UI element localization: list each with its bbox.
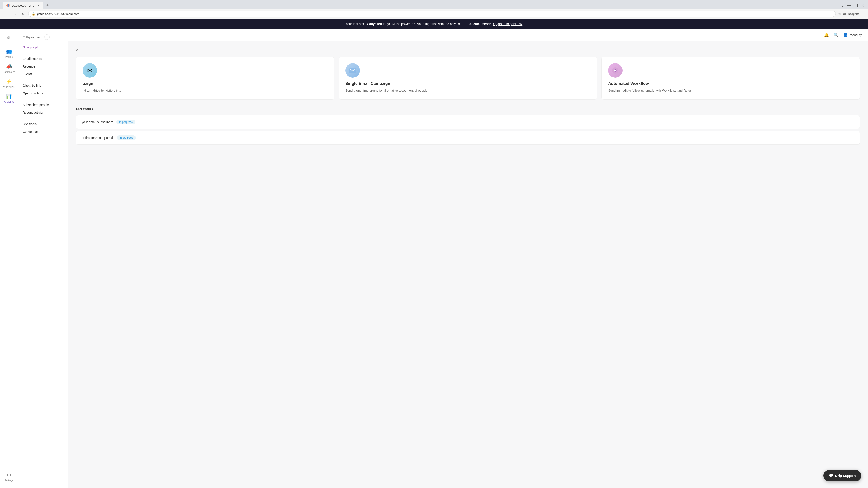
sidebar-people-label: People bbox=[5, 56, 13, 58]
email-campaign-title: paign bbox=[83, 81, 328, 86]
chevron-down-icon[interactable]: ⌄ bbox=[840, 2, 845, 8]
app-layout: ☺ 👥 People 📣 Campaigns ⚡ Workflows 📊 Ana… bbox=[0, 29, 868, 488]
task-item-2[interactable]: ur first marketing email In progress → bbox=[76, 131, 860, 144]
workflows-icon: ⚡ bbox=[6, 78, 12, 85]
task-1-text: your email subscribers bbox=[82, 120, 113, 124]
new-tab-button[interactable]: + bbox=[44, 2, 51, 8]
window-controls: ⌄ — ❐ ✕ bbox=[840, 2, 865, 8]
trial-days: 14 days left bbox=[365, 22, 382, 26]
main-content: 🔔 🔍 👤 Moodjoy v... ✉ paign nd turn drive… bbox=[68, 29, 868, 488]
tab-title: Dashboard - Drip bbox=[12, 4, 34, 7]
collapse-menu-label: Collapse menu bbox=[23, 35, 42, 39]
sidebar-item-workflows[interactable]: ⚡ Workflows bbox=[1, 76, 17, 90]
incognito-label: Incognito bbox=[847, 12, 860, 15]
submenu-item-events[interactable]: Events bbox=[18, 70, 68, 78]
email-campaign-card[interactable]: ✉ paign nd turn drive-by visitors into bbox=[76, 57, 334, 100]
single-email-card[interactable]: Single Email Campaign Send a one-time pr… bbox=[339, 57, 597, 100]
extensions-icon[interactable]: ⧉ bbox=[843, 12, 846, 16]
analytics-icon: 📊 bbox=[6, 94, 12, 99]
svg-point-2 bbox=[614, 70, 616, 71]
task-1-left: your email subscribers In progress bbox=[82, 120, 135, 125]
submenu-item-recent-activity[interactable]: Recent activity bbox=[18, 109, 68, 116]
notification-button[interactable]: 🔔 bbox=[824, 33, 829, 37]
tasks-section: ted tasks your email subscribers In prog… bbox=[76, 107, 860, 144]
loading-text: v... bbox=[76, 48, 860, 52]
content-area: v... ✉ paign nd turn drive-by visitors i… bbox=[68, 41, 868, 154]
sidebar-workflows-label: Workflows bbox=[3, 86, 15, 88]
sidebar-item-campaigns[interactable]: 📣 Campaigns bbox=[1, 61, 17, 75]
submenu-item-subscribed-people[interactable]: Subscribed people bbox=[18, 101, 68, 109]
campaign-cards-grid: ✉ paign nd turn drive-by visitors into S… bbox=[76, 57, 860, 100]
submenu-item-new-people[interactable]: New people bbox=[18, 43, 68, 51]
browser-menu-icon[interactable]: ⋮ bbox=[861, 12, 865, 16]
settings-icon: ⚙ bbox=[7, 472, 11, 478]
submenu-item-opens-by-hour[interactable]: Opens by hour bbox=[18, 90, 68, 97]
trial-banner: Your trial has 14 days left to go. All t… bbox=[0, 19, 868, 29]
people-icon: 👥 bbox=[6, 49, 12, 55]
task-2-badge: In progress bbox=[117, 135, 136, 140]
submenu-item-conversions[interactable]: Conversions bbox=[18, 128, 68, 135]
trial-text-before: Your trial has bbox=[346, 22, 365, 26]
campaigns-icon: 📣 bbox=[6, 64, 12, 70]
user-icon: 👤 bbox=[843, 33, 848, 37]
email-campaign-desc: nd turn drive-by visitors into bbox=[83, 88, 328, 93]
browser-tab[interactable]: 🌀 Dashboard - Drip ✕ bbox=[3, 2, 43, 9]
back-button[interactable]: ← bbox=[3, 11, 9, 17]
toolbar-actions: ☆ ⧉ Incognito ⋮ bbox=[838, 12, 865, 16]
automated-workflow-icon bbox=[608, 63, 622, 78]
submenu-item-revenue[interactable]: Revenue bbox=[18, 63, 68, 70]
drip-support-icon: 💬 bbox=[829, 474, 833, 478]
submenu-item-clicks-by-link[interactable]: Clicks by link bbox=[18, 82, 68, 90]
forward-button[interactable]: → bbox=[12, 11, 18, 17]
task-2-text: ur first marketing email bbox=[82, 136, 114, 140]
browser-toolbar: ← → ↻ 🔒 getdrip.com/7641396/dashboard ☆ … bbox=[0, 9, 868, 19]
single-email-desc: Send a one-time promotional email to a s… bbox=[345, 88, 591, 93]
task-1-arrow[interactable]: → bbox=[850, 120, 854, 125]
sidebar-settings-label: Settings bbox=[4, 479, 13, 482]
single-email-icon bbox=[345, 63, 360, 78]
sidebar-item-settings[interactable]: ⚙ Settings bbox=[1, 470, 17, 484]
single-email-title: Single Email Campaign bbox=[345, 81, 591, 86]
search-button[interactable]: 🔍 bbox=[833, 33, 838, 37]
username-label: Moodjoy bbox=[850, 33, 862, 37]
drip-support-button[interactable]: 💬 Drip Support bbox=[824, 470, 861, 481]
submenu-item-site-traffic[interactable]: Site traffic bbox=[18, 120, 68, 128]
sidebar-logo[interactable]: ☺ bbox=[1, 33, 17, 43]
refresh-button[interactable]: ↻ bbox=[20, 11, 26, 17]
browser-title-bar: 🌀 Dashboard - Drip ✕ + ⌄ — ❐ ✕ bbox=[0, 0, 868, 9]
close-window-button[interactable]: ✕ bbox=[861, 2, 865, 8]
drip-support-label: Drip Support bbox=[835, 474, 856, 478]
tasks-title: ted tasks bbox=[76, 107, 860, 111]
maximize-button[interactable]: ❐ bbox=[854, 2, 859, 8]
trial-text-middle: to go. All the power is at your fingerti… bbox=[383, 22, 467, 26]
address-bar[interactable]: 🔒 getdrip.com/7641396/dashboard bbox=[28, 11, 836, 17]
submenu-divider-4 bbox=[23, 118, 63, 119]
submenu-item-email-metrics[interactable]: Email metrics bbox=[18, 55, 68, 63]
user-menu[interactable]: 👤 Moodjoy bbox=[843, 33, 862, 37]
sidebar-item-analytics[interactable]: 📊 Analytics bbox=[1, 91, 17, 105]
url-text: getdrip.com/7641396/dashboard bbox=[37, 12, 833, 15]
minimize-button[interactable]: — bbox=[846, 2, 852, 8]
automated-workflow-card[interactable]: Automated Workflow Send immediate follow… bbox=[601, 57, 860, 100]
automated-workflow-desc: Send immediate follow-up emails with Wor… bbox=[608, 88, 853, 93]
top-header: 🔔 🔍 👤 Moodjoy bbox=[68, 29, 868, 41]
task-item-1[interactable]: your email subscribers In progress → bbox=[76, 115, 860, 129]
submenu-sidebar: Collapse menu → New people Email metrics… bbox=[18, 29, 68, 488]
tab-favicon: 🌀 bbox=[6, 4, 10, 7]
collapse-icon: → bbox=[44, 34, 50, 40]
submenu-divider-1 bbox=[23, 53, 63, 53]
icon-sidebar: ☺ 👥 People 📣 Campaigns ⚡ Workflows 📊 Ana… bbox=[0, 29, 18, 488]
task-2-arrow[interactable]: → bbox=[850, 135, 854, 140]
task-2-left: ur first marketing email In progress bbox=[82, 135, 136, 140]
browser-chrome: 🌀 Dashboard - Drip ✕ + ⌄ — ❐ ✕ ← → ↻ 🔒 g… bbox=[0, 0, 868, 19]
upgrade-link[interactable]: Upgrade to paid now bbox=[493, 22, 522, 26]
lock-icon: 🔒 bbox=[32, 12, 35, 15]
sidebar-analytics-label: Analytics bbox=[4, 100, 14, 103]
task-1-badge: In progress bbox=[116, 120, 135, 125]
star-icon[interactable]: ☆ bbox=[838, 12, 841, 16]
sidebar-item-people[interactable]: 👥 People bbox=[1, 46, 17, 61]
collapse-menu-button[interactable]: Collapse menu → bbox=[18, 33, 68, 43]
sidebar-campaigns-label: Campaigns bbox=[3, 70, 16, 73]
tab-close-button[interactable]: ✕ bbox=[37, 4, 40, 7]
automated-workflow-title: Automated Workflow bbox=[608, 81, 853, 86]
